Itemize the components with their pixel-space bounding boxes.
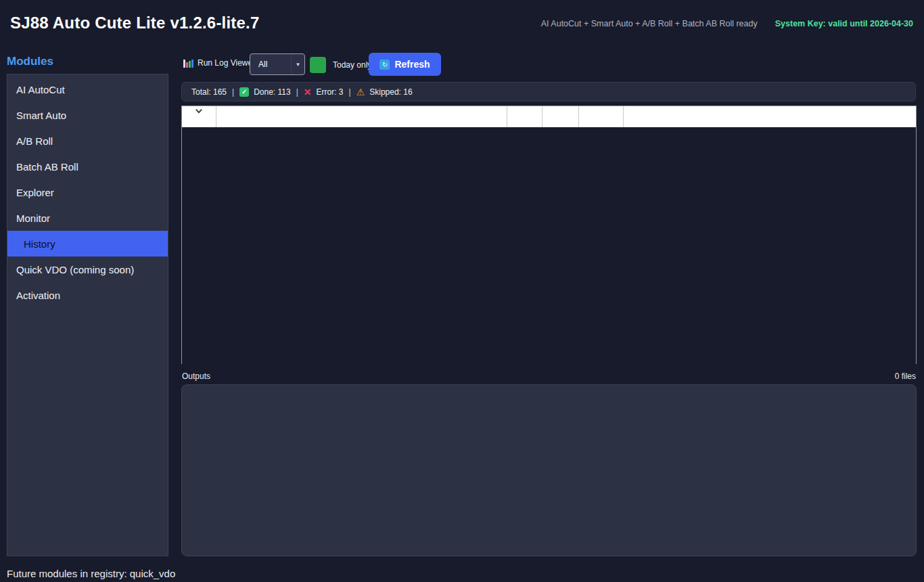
run-log-viewer-label: Run Log Viewer	[198, 58, 255, 68]
history-table-header[interactable]	[182, 106, 916, 127]
run-stats-bar: Total: 165 | ✓ Done: 113 | ✕ Error: 3 | …	[181, 82, 916, 102]
history-filter-dropdown[interactable]: All ▼	[250, 53, 305, 75]
today-only-checkbox[interactable]	[310, 57, 326, 73]
history-table[interactable]	[181, 106, 917, 364]
chevron-down-icon	[195, 107, 202, 114]
header-status-area: AI AutoCut + Smart Auto + A/B Roll + Bat…	[541, 19, 913, 28]
sidebar-item-quick-vdo[interactable]: Quick VDO (coming soon)	[7, 256, 168, 282]
done-check-icon: ✓	[239, 87, 249, 97]
filter-selected-value: All	[250, 60, 291, 69]
sidebar-item-history[interactable]: History	[7, 231, 168, 256]
future-modules-note: Future modules in registry: quick_vdo	[7, 568, 175, 579]
module-list[interactable]: AI AutoCut Smart Auto A/B Roll Batch AB …	[7, 74, 168, 556]
outputs-file-count: 0 files	[181, 372, 916, 381]
today-only-label: Today only	[333, 60, 371, 70]
table-column-expander[interactable]	[182, 106, 216, 127]
table-column-6[interactable]	[624, 106, 916, 127]
stat-error: Error: 3	[317, 87, 344, 97]
app-title: SJ88 Auto Cute Lite v1.2.6-lite.7	[10, 14, 260, 32]
table-column-3[interactable]	[507, 106, 542, 127]
table-column-5[interactable]	[579, 106, 624, 127]
history-table-body[interactable]	[182, 127, 916, 365]
refresh-button[interactable]: ↻ Refresh	[369, 53, 441, 76]
sidebar-item-activation[interactable]: Activation	[7, 282, 168, 308]
table-column-4[interactable]	[542, 106, 579, 127]
stat-skipped: Skipped: 16	[369, 87, 412, 97]
dropdown-caret-box[interactable]: ▼	[291, 54, 304, 74]
system-key-status: System Key: valid until 2026-04-30	[775, 19, 913, 28]
stat-separator: |	[296, 87, 299, 97]
chevron-down-icon: ▼	[296, 62, 301, 68]
sidebar-item-ai-autocut[interactable]: AI AutoCut	[7, 76, 168, 102]
run-log-viewer-button[interactable]: Run Log Viewer	[183, 58, 255, 68]
sidebar-item-ab-roll[interactable]: A/B Roll	[7, 128, 168, 154]
stat-total: Total: 165	[191, 87, 227, 97]
sidebar-item-monitor[interactable]: Monitor	[7, 205, 168, 231]
sidebar-item-batch-ab-roll[interactable]: Batch AB Roll	[7, 154, 168, 179]
refresh-button-label: Refresh	[394, 59, 430, 70]
table-column-2[interactable]	[216, 106, 507, 127]
sidebar-item-smart-auto[interactable]: Smart Auto	[7, 102, 168, 128]
bar-chart-icon	[183, 58, 193, 68]
outputs-panel[interactable]	[181, 384, 917, 556]
stat-done: Done: 113	[254, 87, 291, 97]
stat-separator: |	[348, 87, 352, 97]
refresh-icon: ↻	[379, 60, 390, 70]
modules-heading: Modules	[7, 55, 53, 68]
skipped-warning-icon: ⚠	[356, 87, 365, 97]
stat-separator: |	[231, 87, 235, 97]
sidebar-item-explorer[interactable]: Explorer	[7, 179, 168, 205]
error-x-icon: ✕	[304, 87, 312, 97]
modules-ready-status: AI AutoCut + Smart Auto + A/B Roll + Bat…	[541, 19, 758, 28]
